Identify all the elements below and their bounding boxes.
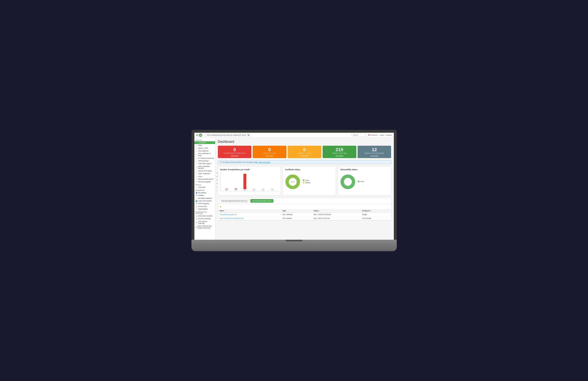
sidebar-item-systemstatus[interactable]: ▪ Systemstatus xyxy=(194,208,215,210)
citrix-icon: ▪ xyxy=(196,186,198,188)
pin-icon: 📌 xyxy=(368,134,370,136)
page-title: Dashboard xyxy=(218,140,391,144)
sidebar-item-adfs[interactable]: ▪ ADFS services xyxy=(194,160,215,162)
stat-card-7-30[interactable]: 0 Expires in 7-30 days View details xyxy=(288,146,321,158)
sidebar-item-ssl-certs[interactable]: ▪ SSL certificates & keys xyxy=(194,152,215,157)
vuln-donut-chart xyxy=(340,174,356,190)
stat-label-1-7: Expires in 1-7 days xyxy=(254,152,285,154)
cert-status-title: Certificate status xyxy=(285,168,334,171)
legend-good: Good xyxy=(303,180,311,181)
cert-donut-legend: Good Medium xyxy=(303,180,311,184)
bar-jun: Jun xyxy=(259,189,267,191)
breadcrumb-select[interactable]: CN=TrustViewUsers,CN=Users,DC=adtest,DC=… xyxy=(205,134,250,137)
stat-number-90plus: 12 xyxy=(359,147,390,152)
svg-text:89.1%: 89.1% xyxy=(291,181,295,182)
stat-card-90plus[interactable]: 12 Expires in more than 90 days View det… xyxy=(357,146,391,158)
vuln-status-title: Vulnerability status xyxy=(340,168,389,171)
tab-upcoming-expirations[interactable]: Upcoming expirations (215) xyxy=(250,199,273,203)
stat-link-1-7[interactable]: View details xyxy=(254,155,285,156)
tab-recently-expired[interactable]: Recently expired monitored items (0) xyxy=(220,199,249,203)
sidebar-item-dns-zone[interactable]: ● DNS Zone Transfers xyxy=(194,215,215,217)
sidebar-item-nemid-otp[interactable]: ▪ NemID OTP clients xyxy=(194,170,215,172)
svg-point-6 xyxy=(344,178,352,185)
col-expiry: Expiry ▲ xyxy=(312,209,360,213)
monitored-icon: ▪ xyxy=(196,181,198,182)
dns-icon: 🔗 xyxy=(196,203,198,204)
stat-card-1-7[interactable]: 0 Expires in 1-7 days View details xyxy=(253,146,286,158)
sidebar-item-manual-expiry[interactable]: ▪ Manual expiry alarms xyxy=(194,178,215,180)
dashboard-icon: ▪ xyxy=(196,142,198,143)
expiry-sort-icon[interactable]: ▲ xyxy=(319,210,320,211)
sidebar-item-monitored-applets[interactable]: ▪ Monitored applets xyxy=(194,180,215,183)
settings-icon: ⚙ xyxy=(196,195,198,196)
app-logo xyxy=(199,134,202,137)
sidebar-item-ct-domain[interactable]: ▪ CT domain monitoring xyxy=(194,157,215,160)
y-label-100: 100 xyxy=(216,183,218,184)
sidebar-item-other-certs[interactable]: ▪ Other certificates xyxy=(194,172,215,175)
ssl-certs-icon: ▪ xyxy=(196,154,198,155)
stat-link-30-90[interactable]: View details xyxy=(324,155,355,156)
sidebar-item-dashboard[interactable]: ▪ Dashboard xyxy=(194,141,215,144)
support-link[interactable]: Support xyxy=(386,134,392,136)
row-1-type: SSL certificate xyxy=(281,213,312,217)
sidebar-item-ssl-network[interactable]: ● SSL network scanning xyxy=(194,220,215,225)
sidebar-item-my-settings[interactable]: 👤 My settings xyxy=(194,191,215,194)
stat-link-90plus[interactable]: View details xyxy=(359,155,390,156)
stat-link-7-30[interactable]: View details xyxy=(289,155,320,156)
ca-sort-icon[interactable]: ▼ xyxy=(371,210,372,211)
sidebar-item-mitid[interactable]: ▪ MitID Certificates (NemID) xyxy=(194,165,215,170)
stat-card-expired[interactable]: 0 Recently expired or expires today View… xyxy=(218,146,252,158)
sidebar-item-settings[interactable]: ⚙ Settings xyxy=(194,194,215,197)
row-1-expiry: Mar 7, 2023 12:20:38 pm xyxy=(312,213,360,217)
row-2-type: SSL endpoint xyxy=(281,217,312,220)
sidebar-item-stats[interactable]: ▪ Stats xyxy=(194,144,215,147)
name-sort-icon[interactable]: ▼ xyxy=(224,210,226,211)
sidebar-item-ssl-endpoints[interactable]: ▪ SSL endpoints xyxy=(194,149,215,152)
y-label-150: 150 xyxy=(216,180,218,181)
ssl-endpoints-icon: ▪ xyxy=(196,150,198,152)
sidebar-item-license[interactable]: ● License info xyxy=(194,205,215,208)
expiry-section: Recently expired monitored items (0) Upc… xyxy=(218,198,391,221)
row-1-name: CN:sandbox.google.com xyxy=(218,213,281,217)
feedback-link[interactable]: 📌 Feedback xyxy=(368,134,378,136)
active-dir-icon: ● xyxy=(196,226,197,228)
row-2-ca: Let's Encrypt xyxy=(360,217,391,220)
discovery-section-label: Management (of discovery) xyxy=(194,210,215,215)
laptop-notch xyxy=(286,240,302,241)
logout-link[interactable]: Logout xyxy=(379,134,384,136)
main-content: Dashboard 0 Recently expired or expires … xyxy=(215,138,394,244)
y-label-250: 250 xyxy=(216,172,218,174)
row-1-ca: Google xyxy=(360,213,391,217)
table-row: CN:sandbox.google.com SSL certificate Ma… xyxy=(218,213,391,217)
stat-card-30-90[interactable]: 215 Expires in 30-90 days View details xyxy=(323,146,356,158)
row-2-name-link[interactable]: https://trustview-lite.trustskills.com xyxy=(220,217,243,219)
sidebar-item-crls[interactable]: ▪ CRLs xyxy=(194,175,215,178)
bar-chart-title: Number of expirations per month xyxy=(220,168,279,171)
main-layout: Overview ▪ Dashboard ▪ Stats ▪ Search / … xyxy=(194,138,394,244)
sidebar-item-citrix[interactable]: ▪ Citrix ADC xyxy=(194,186,215,189)
sidebar-item-message-templates[interactable]: ▪ Message templates xyxy=(194,197,215,200)
rss-icon[interactable]: ★ xyxy=(218,204,391,209)
y-label-50: 50 xyxy=(216,186,218,188)
search-input[interactable] xyxy=(352,134,366,137)
cert-status-card: Certificate status 89.1% xyxy=(283,166,336,196)
sidebar-item-active-directory[interactable]: ● Active Directory SSL endpoint discover… xyxy=(194,225,215,229)
devices-section-label: Devices xyxy=(194,183,215,186)
expiry-table: Name ▼ Type Expiry ▲ xyxy=(218,209,391,220)
row-1-name-link[interactable]: CN:sandbox.google.com xyxy=(220,214,237,215)
stat-number-1-7: 0 xyxy=(254,147,285,152)
help-link[interactable]: Learn more here xyxy=(258,161,270,163)
sidebar-item-users-contacts[interactable]: 👥 Users and contacts xyxy=(194,200,215,202)
sidebar-item-dns-integration[interactable]: 🔗 DNS integration xyxy=(194,202,215,205)
sidebar-item-search-filter[interactable]: ▪ Search / Filter xyxy=(194,147,215,149)
col-type: Type xyxy=(281,209,312,213)
row-2-name: https://trustview-lite.trustskills.com xyxy=(218,217,281,220)
stat-link-expired[interactable]: View details xyxy=(220,155,250,156)
templates-icon: ▪ xyxy=(196,197,198,199)
hamburger-icon[interactable]: ☰ xyxy=(196,134,198,137)
sidebar-item-automation-agents[interactable]: ▪ Automation agents xyxy=(194,162,215,165)
sidebar-item-domain-scanning[interactable]: ● Domain scanning xyxy=(194,217,215,220)
bar-jul: Jul xyxy=(268,189,276,191)
my-settings-icon: 👤 xyxy=(196,192,198,194)
stat-label-90plus: Expires in more than 90 days xyxy=(359,152,390,154)
